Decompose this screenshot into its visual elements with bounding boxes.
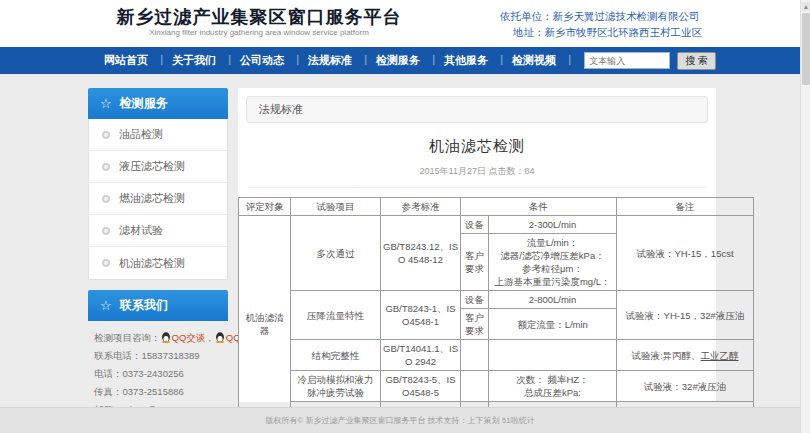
- col-header-project: 试验项目: [291, 198, 381, 216]
- cell-cond-label: 客户要求: [461, 309, 489, 340]
- star-icon: [100, 96, 112, 111]
- qq-penguin-icon: [161, 332, 171, 343]
- cell-cond-value: 流量L/min： 滤器/滤芯净增压差kPa： 参考粒径μm： 上游基本重量污染度…: [489, 234, 617, 291]
- cell-cond-value: 次数： 频率HZ： 总成压差kPa:: [489, 371, 617, 402]
- cell-project: 压降流量特性: [291, 291, 381, 340]
- table-row: 压降流量特性 GB/T8243-1、ISO4548-1 设备 2-800L/mi…: [239, 291, 754, 309]
- cell-cond-value: 额定流量：L/min: [489, 309, 617, 340]
- fax-line: 传真：0373-2515886: [94, 383, 224, 401]
- site-subtitle: Xinxiang filter industry gathering area …: [92, 28, 426, 38]
- vertical-scrollbar[interactable]: [800, 0, 810, 433]
- qq-separator: ，: [205, 332, 215, 343]
- scroll-up-arrow-icon[interactable]: [802, 2, 810, 11]
- cell-remark: 试验液：YH-15，15cst: [617, 216, 754, 291]
- qq-penguin-icon: [215, 332, 225, 343]
- copyright-text: 版权所有© 新乡过滤产业集聚区窗口服务平台 技术支持：上下策划 51啦统计: [265, 415, 534, 426]
- search-input[interactable]: [584, 52, 670, 69]
- cell-cond-label: 设备: [461, 216, 489, 234]
- cell-remark: 试验液：YH-15，32#液压油: [617, 291, 754, 340]
- services-panel-header: 检测服务: [88, 88, 228, 119]
- cond-line: 总成压差kPa:: [491, 386, 614, 399]
- phone-line: 联系电话：15837318389: [94, 347, 224, 365]
- breadcrumb: 法规标准: [246, 96, 708, 123]
- bullet-icon: [102, 195, 110, 203]
- sidebar-item-label: 液压滤芯检测: [119, 159, 185, 174]
- main-content: 法规标准 机油滤芯检测 2015年11月27日 点击数：84 评定对象 试验项目…: [238, 88, 716, 402]
- article-title: 机油滤芯检测: [238, 137, 716, 156]
- services-panel: 检测服务 油品检测 液压滤芯检测 燃油滤芯检测 滤材试验 机油滤芯检测: [88, 88, 228, 280]
- contact-panel-title: 联系我们: [120, 297, 168, 314]
- qq-link-label: QQ交谈: [172, 332, 206, 343]
- bullet-icon: [102, 163, 110, 171]
- cell-standard: GB/T8243-5、ISO4548-5: [381, 371, 461, 402]
- main-nav: 网站首页 关于我们 公司动态 法规标准 检测服务 其他服务 检测视频 搜 索: [0, 47, 800, 74]
- sidebar-item-label: 燃油滤芯检测: [119, 191, 185, 206]
- cell-remark: 试验液:异丙醇、工业乙醇: [617, 340, 754, 371]
- search-button[interactable]: 搜 索: [677, 52, 716, 70]
- cell-cond-label: 客户要求: [461, 234, 489, 291]
- cell-cond-value: [489, 340, 617, 371]
- nav-item-about[interactable]: 关于我们: [160, 53, 228, 68]
- nav-item-home[interactable]: 网站首页: [92, 53, 160, 68]
- sidebar-item-hydraulic-filter[interactable]: 液压滤芯检测: [89, 151, 227, 183]
- site-brand: 新乡过滤产业集聚区窗口服务平台 Xinxiang filter industry…: [92, 6, 426, 38]
- sidebar-item-engine-oil-filter[interactable]: 机油滤芯检测: [89, 247, 227, 279]
- col-header-remark: 备注: [617, 198, 754, 216]
- cell-cond-label: 设备: [461, 291, 489, 309]
- services-panel-title: 检测服务: [120, 95, 168, 112]
- top-header: 新乡过滤产业集聚区窗口服务平台 Xinxiang filter industry…: [0, 0, 800, 47]
- table-row: 冷启动模拟和液力脉冲疲劳试验 GB/T8243-5、ISO4548-5 次数： …: [239, 371, 754, 402]
- cond-line: 流量L/min：: [491, 236, 614, 249]
- consult-label: 检测项目咨询：: [94, 332, 161, 343]
- sidebar-item-oil-test[interactable]: 油品检测: [89, 119, 227, 151]
- sidebar: 检测服务 油品检测 液压滤芯检测 燃油滤芯检测 滤材试验 机油滤芯检测: [88, 88, 228, 433]
- scrollbar-thumb[interactable]: [802, 13, 810, 85]
- cond-line: 滤器/滤芯净增压差kPa：: [491, 249, 614, 262]
- bullet-icon: [102, 259, 110, 267]
- qq-chat-link-1[interactable]: QQ交谈: [161, 332, 206, 343]
- cond-line: 参考粒径μm：: [491, 262, 614, 275]
- nav-item-other[interactable]: 其他服务: [432, 53, 500, 68]
- sidebar-item-label: 机油滤芯检测: [119, 256, 185, 271]
- cell-standard: GB/T8243.12、ISO 4548-12: [381, 216, 461, 291]
- sidebar-item-label: 滤材试验: [119, 223, 163, 238]
- nav-item-videos[interactable]: 检测视频: [500, 53, 568, 68]
- services-list: 油品检测 液压滤芯检测 燃油滤芯检测 滤材试验 机油滤芯检测: [88, 119, 228, 280]
- contact-panel-header: 联系我们: [88, 290, 228, 321]
- star-icon: [100, 298, 112, 313]
- nav-item-standards[interactable]: 法规标准: [296, 53, 364, 68]
- remark-text-underlined: 工业乙醇: [701, 350, 739, 361]
- bullet-icon: [102, 131, 110, 139]
- address-text: 地址：新乡市牧野区北环路西王村工业区: [500, 24, 702, 40]
- header-info: 依托单位：新乡天翼过滤技术检测有限公司 地址：新乡市牧野区北环路西王村工业区: [500, 8, 702, 40]
- remark-text: 试验液:异丙醇、: [631, 350, 700, 361]
- nav-item-services[interactable]: 检测服务: [364, 53, 432, 68]
- cell-project: 多次通过: [291, 216, 381, 291]
- cond-line: 上游基本重量污染度mg/L：: [491, 275, 614, 288]
- cell-project: 结构完整性: [291, 340, 381, 371]
- nav-item-news[interactable]: 公司动态: [228, 53, 296, 68]
- bullet-icon: [102, 227, 110, 235]
- sidebar-item-media-test[interactable]: 滤材试验: [89, 215, 227, 247]
- test-spec-table: 评定对象 试验项目 参考标准 条件 备注 机油滤清器 多次通过 GB/T8243…: [238, 197, 754, 433]
- article-meta: 2015年11月27日 点击数：84: [248, 165, 706, 188]
- cell-cond-value: 2-300L/min: [489, 216, 617, 234]
- table-header-row: 评定对象 试验项目 参考标准 条件 备注: [239, 198, 754, 216]
- cell-target: 机油滤清器: [239, 216, 291, 433]
- sidebar-item-fuel-filter[interactable]: 燃油滤芯检测: [89, 183, 227, 215]
- cell-cond-label: [461, 371, 489, 402]
- cond-line: 次数： 频率HZ：: [491, 373, 614, 386]
- support-unit-text: 依托单位：新乡天翼过滤技术检测有限公司: [500, 8, 702, 24]
- table-row: 结构完整性 GB/T14041.1、ISO 2942 试验液:异丙醇、工业乙醇: [239, 340, 754, 371]
- consult-line: 检测项目咨询：QQ交谈，QQ交谈: [94, 329, 224, 347]
- col-header-condition: 条件: [461, 198, 617, 216]
- cell-standard: GB/T8243-1、ISO4548-1: [381, 291, 461, 340]
- cell-cond-value: 2-800L/min: [489, 291, 617, 309]
- site-title: 新乡过滤产业集聚区窗口服务平台: [92, 6, 426, 28]
- col-header-target: 评定对象: [239, 198, 291, 216]
- sidebar-item-label: 油品检测: [119, 127, 163, 142]
- cell-project: 冷启动模拟和液力脉冲疲劳试验: [291, 371, 381, 402]
- table-row: 机油滤清器 多次通过 GB/T8243.12、ISO 4548-12 设备 2-…: [239, 216, 754, 234]
- cell-standard: GB/T14041.1、ISO 2942: [381, 340, 461, 371]
- page-footer: 版权所有© 新乡过滤产业集聚区窗口服务平台 技术支持：上下策划 51啦统计: [0, 407, 800, 433]
